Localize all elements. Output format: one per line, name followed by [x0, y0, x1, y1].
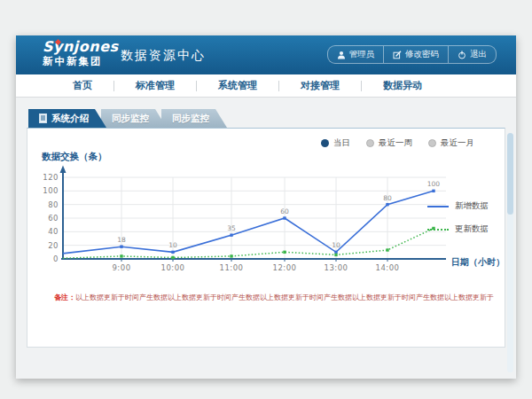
edit-icon — [393, 51, 402, 59]
nav-item-0[interactable]: 首页 — [51, 74, 113, 98]
logout-label: 退出 — [470, 49, 487, 60]
legend-line-sample — [427, 206, 449, 207]
legend-item-1[interactable]: 更新数据 — [427, 223, 489, 235]
filter-label: 最近一周 — [379, 137, 412, 149]
y-tick-label: 20 — [48, 241, 59, 250]
data-point — [230, 254, 232, 257]
user-label: 管理员 — [349, 49, 375, 60]
tab-2[interactable]: 同步监控 — [161, 109, 227, 128]
data-point — [171, 251, 174, 254]
x-tick-label: 10:00 — [161, 263, 185, 272]
y-axis-arrow — [60, 166, 66, 174]
data-point — [432, 190, 434, 192]
nav-item-1[interactable]: 标准管理 — [114, 74, 196, 98]
logout-button[interactable]: 退出 — [448, 45, 497, 64]
nav-item-4[interactable]: 数据异动 — [362, 74, 443, 98]
data-point — [230, 233, 232, 236]
data-point — [120, 254, 122, 257]
app-window: Synjones 新中新集团 数据资源中心 管理员 修改密码 — [16, 35, 516, 379]
data-point — [171, 256, 174, 259]
time-range-filters: 当日最近一周最近一月 — [27, 129, 505, 149]
data-point — [334, 251, 337, 254]
tab-0[interactable]: 系统介绍 — [28, 109, 106, 128]
logo-subtitle: 新中新集团 — [43, 55, 119, 67]
radio-icon — [366, 139, 374, 147]
tab-label: 系统介绍 — [51, 109, 89, 128]
scrollbar[interactable] — [507, 133, 513, 372]
filter-option-0[interactable]: 当日 — [321, 137, 350, 149]
logo: Synjones 新中新集团 — [43, 39, 119, 67]
data-point-label: 35 — [227, 224, 236, 232]
y-tick-label: 40 — [48, 227, 59, 236]
power-icon — [458, 51, 466, 59]
footnote-prefix: 备注： — [54, 293, 75, 301]
tab-label: 同步监控 — [112, 109, 149, 128]
radio-icon — [321, 139, 329, 147]
system-intro-panel: 当日最近一周最近一月 数据交换（条） 日期（小时） 9:0010:0011:00… — [27, 128, 505, 348]
user-icon — [337, 51, 346, 59]
data-point — [386, 203, 388, 206]
x-tick-label: 14:00 — [376, 263, 400, 272]
legend-label: 更新数据 — [455, 223, 489, 235]
change-password-button[interactable]: 修改密码 — [383, 45, 448, 64]
y-axis-title: 数据交换（条） — [27, 149, 505, 165]
x-tick-label: 9:00 — [112, 263, 130, 272]
scrollbar-thumb[interactable] — [507, 133, 513, 215]
y-tick-label: 60 — [48, 214, 59, 223]
footnote: 备注：以上数据更新于时间产生数据以上数据更新于时间产生数据以上数据更新于时间产生… — [27, 284, 505, 303]
nav-item-3[interactable]: 对接管理 — [279, 74, 361, 98]
header: Synjones 新中新集团 数据资源中心 管理员 修改密码 — [16, 35, 516, 74]
document-icon — [39, 113, 47, 123]
y-tick-label: 100 — [43, 186, 59, 195]
data-point — [334, 254, 337, 256]
legend-line-sample — [427, 229, 449, 231]
data-point-label: 18 — [117, 236, 126, 244]
change-password-label: 修改密码 — [405, 49, 439, 60]
data-point-label: 10 — [332, 241, 340, 249]
x-axis-title: 日期（小时） — [451, 257, 505, 267]
tab-label: 同步监控 — [172, 109, 209, 128]
x-tick-label: 13:00 — [325, 263, 348, 272]
filter-label: 当日 — [333, 137, 350, 149]
chart-container: 日期（小时） 9:0010:0011:0012:0013:0014:000204… — [27, 165, 505, 284]
x-tick-label: 12:00 — [273, 263, 297, 272]
page-title: 数据资源中心 — [121, 48, 206, 64]
tab-1[interactable]: 同步监控 — [101, 109, 167, 128]
filter-label: 最近一月 — [441, 137, 474, 149]
chart-legend: 新增数据更新数据 — [427, 200, 489, 235]
radio-icon — [428, 139, 436, 147]
data-point-label: 80 — [383, 194, 392, 202]
data-point — [386, 248, 388, 251]
main-nav: 首页标准管理系统管理对接管理数据异动 — [16, 74, 516, 98]
data-point — [120, 246, 122, 248]
legend-label: 新增数据 — [455, 200, 489, 212]
tab-strip: 系统介绍同步监控同步监控 — [16, 98, 516, 128]
data-point-label: 60 — [280, 207, 289, 215]
user-actions: 管理员 修改密码 退出 — [327, 45, 497, 64]
footnote-text: 以上数据更新于时间产生数据以上数据更新于时间产生数据以上数据更新于时间产生数据以… — [75, 293, 494, 301]
data-point-label: 10 — [168, 241, 177, 249]
content-area: 系统介绍同步监控同步监控 当日最近一周最近一月 数据交换（条） 日期（小时） 9… — [16, 98, 516, 378]
y-tick-label: 80 — [48, 200, 59, 209]
filter-option-2[interactable]: 最近一月 — [428, 137, 474, 149]
data-point-label: 100 — [427, 180, 441, 188]
series-line-新增数据 — [63, 191, 434, 254]
filter-option-1[interactable]: 最近一周 — [366, 137, 412, 149]
user-profile-button[interactable]: 管理员 — [327, 45, 384, 64]
data-point — [283, 216, 286, 219]
nav-item-2[interactable]: 系统管理 — [197, 74, 278, 98]
y-tick-label: 120 — [43, 173, 59, 182]
legend-item-0[interactable]: 新增数据 — [427, 200, 489, 212]
x-tick-label: 11:00 — [220, 263, 244, 272]
data-point — [283, 251, 286, 254]
y-tick-label: 0 — [53, 254, 59, 263]
